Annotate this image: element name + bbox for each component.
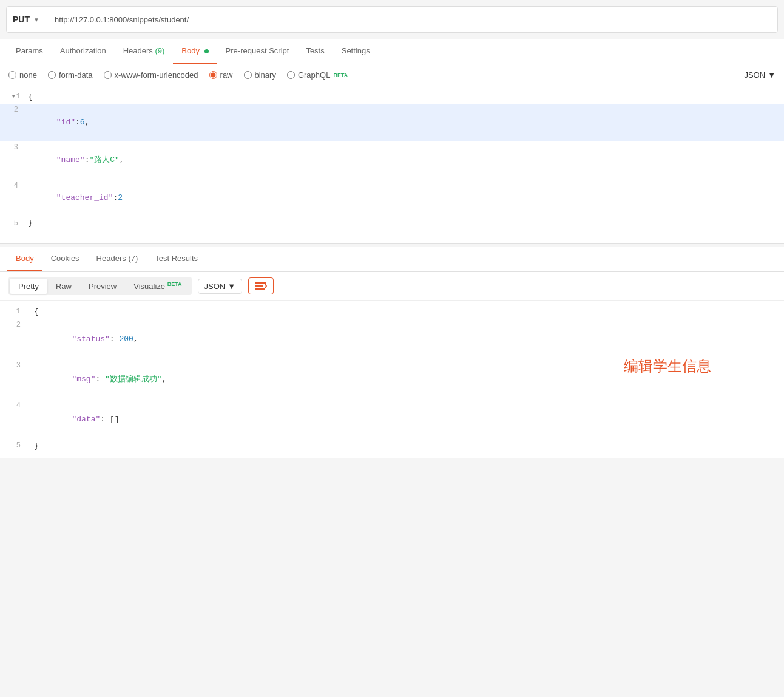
resp-linenum-4: 4 bbox=[0, 399, 30, 412]
resp-line-5: 5 } bbox=[0, 440, 784, 453]
url-input[interactable] bbox=[47, 15, 771, 24]
wrap-button[interactable] bbox=[248, 277, 274, 294]
resp-view-pretty[interactable]: Pretty bbox=[10, 279, 47, 294]
format-chevron-icon: ▼ bbox=[768, 70, 776, 80]
tab-headers[interactable]: Headers (9) bbox=[115, 39, 174, 64]
resp-tab-body[interactable]: Body bbox=[7, 246, 42, 271]
resp-tab-cookies[interactable]: Cookies bbox=[42, 246, 88, 271]
resp-line-1: 1 { bbox=[0, 305, 784, 319]
resp-line-4: 4 "data": [] bbox=[0, 399, 784, 440]
request-body-editor[interactable]: ▼ 1 { 2 "id":6, 3 "name":"路人C", 4 "teach… bbox=[0, 86, 784, 244]
option-binary[interactable]: binary bbox=[244, 70, 276, 80]
tab-authorization[interactable]: Authorization bbox=[52, 39, 115, 64]
resp-linenum-3: 3 bbox=[0, 359, 30, 372]
response-format-select[interactable]: JSON ▼ bbox=[198, 279, 243, 294]
option-graphql[interactable]: GraphQL BETA bbox=[287, 70, 348, 80]
resp-view-visualize[interactable]: Visualize BETA bbox=[125, 278, 190, 294]
resp-format-chevron-icon: ▼ bbox=[228, 282, 235, 291]
req-linenum-2: 2 bbox=[0, 104, 24, 116]
method-label: PUT bbox=[13, 15, 30, 24]
req-linenum-1: 1 bbox=[16, 91, 21, 103]
request-tabs: Params Authorization Headers (9) Body Pr… bbox=[0, 39, 784, 64]
format-select[interactable]: JSON ▼ bbox=[744, 70, 776, 80]
url-bar: PUT ▼ bbox=[6, 6, 778, 33]
req-linenum-3: 3 bbox=[0, 141, 24, 154]
annotation-text: 编辑学生信息 bbox=[624, 355, 711, 380]
response-body: 1 { 2 "status": 200, 3 "msg": "数据编辑成功", … bbox=[0, 301, 784, 458]
req-linenum-5: 5 bbox=[0, 217, 24, 229]
chevron-down-icon: ▼ bbox=[33, 16, 39, 23]
response-view-tabs: Pretty Raw Preview Visualize BETA bbox=[8, 277, 192, 295]
req-line-5: 5 } bbox=[0, 217, 784, 230]
response-tabs: Body Cookies Headers (7) Test Results bbox=[0, 246, 784, 272]
response-controls: Pretty Raw Preview Visualize BETA JSON ▼ bbox=[0, 272, 784, 301]
response-section: Body Cookies Headers (7) Test Results Pr… bbox=[0, 246, 784, 458]
resp-view-preview[interactable]: Preview bbox=[80, 279, 125, 294]
req-line-1: ▼ 1 { bbox=[0, 91, 784, 104]
option-none[interactable]: none bbox=[8, 70, 37, 80]
resp-linenum-1: 1 bbox=[0, 305, 30, 318]
req-line-2: 2 "id":6, bbox=[0, 104, 784, 141]
option-urlencoded[interactable]: x-www-form-urlencoded bbox=[104, 70, 198, 80]
line-arrow-icon: ▼ bbox=[12, 92, 15, 101]
graphql-beta-badge: BETA bbox=[333, 72, 348, 78]
resp-tab-test-results[interactable]: Test Results bbox=[146, 246, 206, 271]
option-raw[interactable]: raw bbox=[209, 70, 233, 80]
option-form-data[interactable]: form-data bbox=[48, 70, 93, 80]
resp-linenum-5: 5 bbox=[0, 440, 30, 452]
body-options: none form-data x-www-form-urlencoded raw… bbox=[0, 64, 784, 86]
tab-body[interactable]: Body bbox=[173, 39, 217, 64]
tab-pre-request[interactable]: Pre-request Script bbox=[217, 39, 298, 64]
req-line-4: 4 "teacher_id":2 bbox=[0, 180, 784, 217]
resp-view-raw[interactable]: Raw bbox=[47, 279, 80, 294]
req-line-3: 3 "name":"路人C", bbox=[0, 141, 784, 179]
resp-line-2: 2 "status": 200, bbox=[0, 319, 784, 359]
resp-linenum-2: 2 bbox=[0, 319, 30, 331]
resp-tab-headers[interactable]: Headers (7) bbox=[88, 246, 147, 271]
req-linenum-4: 4 bbox=[0, 180, 24, 192]
tab-tests[interactable]: Tests bbox=[297, 39, 333, 64]
tab-settings[interactable]: Settings bbox=[333, 39, 379, 64]
method-dropdown[interactable]: PUT ▼ bbox=[13, 15, 47, 24]
visualize-beta-badge: BETA bbox=[167, 281, 182, 287]
tab-params[interactable]: Params bbox=[7, 39, 52, 64]
body-active-dot bbox=[204, 49, 209, 53]
